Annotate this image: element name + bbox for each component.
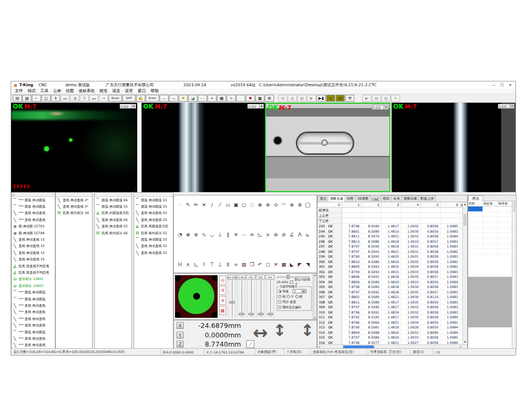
pen-button[interactable]: ✍ bbox=[136, 95, 145, 102]
light-mode-icon[interactable]: ◎ bbox=[219, 276, 226, 285]
save3-button[interactable]: ▤ bbox=[372, 95, 381, 102]
feature-item[interactable]: ⌒圆弧 自动圆弧 55 bbox=[134, 236, 173, 243]
feature-item[interactable]: ⌒圆弧 自动圆弧 55 bbox=[134, 197, 173, 203]
chart-button[interactable]: ⊞ bbox=[265, 95, 274, 102]
light-mode-icon[interactable]: ▩ bbox=[219, 306, 226, 315]
camera-view-3-selected[interactable]: OKM:7 1-212▼ ⋰ bbox=[265, 103, 390, 192]
slider-thumb[interactable] bbox=[248, 313, 254, 315]
feature-item[interactable]: ∡距离 两圆弧最大距 bbox=[134, 224, 173, 230]
master-slider[interactable] bbox=[277, 275, 310, 279]
dxf-button[interactable]: DXF bbox=[122, 95, 136, 102]
tab-draw[interactable]: 绘图 bbox=[345, 195, 355, 202]
element-row[interactable] bbox=[468, 238, 516, 244]
gray-tool-button[interactable]: ▬ bbox=[61, 95, 70, 102]
tool-icon[interactable]: ⊛ bbox=[192, 230, 200, 238]
close-button[interactable]: ✕ bbox=[509, 83, 512, 87]
slider-track[interactable] bbox=[256, 280, 264, 317]
feature-item[interactable]: ╲直线 自动直线 15 bbox=[12, 250, 55, 256]
dither-button[interactable]: ▩ bbox=[255, 95, 264, 102]
menu-item[interactable]: 语言 bbox=[112, 88, 120, 94]
play-gray-button[interactable]: ▶ bbox=[307, 95, 316, 102]
arrow-right-button[interactable]: → bbox=[169, 95, 178, 102]
scroll-down-icon[interactable]: ▼ bbox=[463, 340, 467, 344]
tool-icon[interactable]: ◡ bbox=[208, 230, 216, 238]
tool-icon[interactable]: ✏ bbox=[192, 201, 200, 209]
table-row[interactable]: 310OK 7.8796 8.5091 1.4824 1.0932 0.8058… bbox=[318, 310, 467, 315]
element-row-selected[interactable] bbox=[468, 207, 516, 212]
element-row[interactable] bbox=[468, 244, 516, 249]
tab-measure-elements[interactable]: 测量元素 bbox=[328, 195, 345, 202]
ring-light-preview[interactable] bbox=[175, 275, 218, 318]
feature-item[interactable]: ⌒圆弧 自动圆弧 55 bbox=[134, 203, 173, 210]
tool-icon[interactable]: ⊕ bbox=[184, 230, 192, 238]
tool-icon[interactable]: ⊾ bbox=[304, 230, 312, 238]
light-slider[interactable]: 40.0% bbox=[227, 275, 236, 318]
feature-item[interactable]: ╲直线 自动直线 55 bbox=[95, 224, 131, 230]
tool-icon[interactable]: ▤ bbox=[240, 260, 248, 268]
save2-button[interactable]: ▤ bbox=[278, 95, 287, 102]
slider-track[interactable] bbox=[228, 280, 236, 317]
tool-icon[interactable]: ◯ bbox=[304, 201, 312, 209]
table-row[interactable]: 标准值 bbox=[318, 208, 467, 213]
tab-photometry[interactable]: 测光 bbox=[318, 195, 328, 202]
camera-view-1[interactable]: FFFFF OKM:7 1-212▼ ⋰ bbox=[11, 103, 137, 192]
panel-scroll-strip[interactable]: < bbox=[12, 193, 55, 197]
feature-item[interactable]: ╲*** 直线 自动直线 bbox=[12, 210, 55, 217]
menu-item[interactable]: 公差 bbox=[53, 88, 61, 94]
scrollbar-thumb[interactable] bbox=[463, 214, 467, 226]
feature-item[interactable]: ╲直线 自动直线 55 bbox=[134, 210, 173, 217]
tool-icon[interactable]: ◣ bbox=[288, 260, 296, 268]
menu-item[interactable]: 坐标系统 bbox=[79, 88, 95, 94]
chevron-down-icon[interactable]: ▼ bbox=[259, 104, 263, 108]
play2-button[interactable]: ▶ bbox=[362, 95, 371, 102]
light-slider[interactable]: 0% bbox=[256, 275, 265, 318]
tool-icon[interactable]: Ι bbox=[200, 260, 208, 268]
tool-icon[interactable]: ◔ bbox=[176, 230, 184, 238]
resize-handle[interactable]: ⋰ bbox=[511, 188, 514, 192]
mini-scrollbar[interactable]: ▲▼ bbox=[313, 274, 317, 319]
print2-button[interactable]: ▥ bbox=[381, 95, 390, 102]
menu-item[interactable]: 设置 bbox=[125, 88, 133, 94]
slider-track[interactable] bbox=[247, 280, 255, 317]
table-row[interactable]: 293OK 7.8796 8.5090 1.4817 1.0932 0.8058… bbox=[318, 224, 467, 229]
feature-item[interactable]: ⊖直径标注 15802 bbox=[12, 283, 55, 289]
tool-icon[interactable]: ⊤ bbox=[208, 260, 216, 268]
tool-icon[interactable]: ∥ bbox=[224, 230, 232, 238]
vertical-scrollbar[interactable] bbox=[512, 201, 516, 349]
table-row[interactable]: 302OK 7.8799 8.5093 1.4815 1.0933 0.8058… bbox=[318, 269, 467, 275]
table-row[interactable]: 315OK 7.8797 8.5089 1.4819 1.0933 0.8058… bbox=[318, 335, 467, 340]
jog-z-icon[interactable]: ↕ bbox=[301, 321, 314, 340]
feature-item[interactable]: ╲*** 直线 自动直线 bbox=[12, 302, 55, 309]
table-row[interactable]: 309OK 7.8797 8.5090 1.4817 1.0931 0.8058… bbox=[318, 304, 467, 310]
tool-icon[interactable]: ≻ bbox=[264, 230, 272, 238]
scroll-up-icon[interactable]: ▲ bbox=[463, 202, 467, 207]
table-row[interactable]: 314OK 7.8804 8.5088 1.4820 1.0931 0.8060… bbox=[318, 330, 467, 335]
chevron-down-icon[interactable]: ▼ bbox=[131, 104, 136, 108]
element-row[interactable] bbox=[468, 228, 516, 233]
radio-medium[interactable] bbox=[287, 295, 290, 298]
slider-thumb[interactable] bbox=[287, 275, 289, 279]
tool-icon[interactable]: ◺ bbox=[192, 260, 200, 268]
slider-thumb[interactable] bbox=[268, 313, 273, 315]
table-row[interactable]: 296OK 7.8813 8.5086 1.4818 1.0933 0.8057… bbox=[318, 239, 467, 244]
feature-item[interactable]: ∡距离 内圆弧最大距 bbox=[95, 210, 131, 217]
resize-handle[interactable]: ⋰ bbox=[132, 188, 136, 192]
step-button[interactable]: ⇥ bbox=[99, 95, 108, 102]
probe-button[interactable]: ◫ bbox=[41, 95, 51, 102]
menu-item[interactable]: 工具 bbox=[40, 88, 48, 94]
table-row[interactable]: 306OK 7.8797 8.5092 1.4818 1.0935 0.8057… bbox=[318, 290, 467, 295]
feature-item[interactable]: ╲直线 自动直线 15 bbox=[12, 257, 55, 263]
maximize-button[interactable]: □ bbox=[501, 83, 504, 87]
tool-icon[interactable]: ◥ bbox=[304, 260, 312, 268]
element-row[interactable] bbox=[468, 223, 516, 228]
table-row[interactable]: 311OK 7.8792 8.5100 1.4817 1.0935 0.8058… bbox=[318, 315, 467, 320]
tool-icon[interactable]: ◌ bbox=[248, 201, 256, 209]
tool-icon[interactable]: ↶ bbox=[256, 260, 264, 268]
feature-item[interactable]: ⊕圆 自动圆 15793 bbox=[12, 224, 55, 230]
feature-item[interactable]: ⌒*** 圆弧 自动圆弧 bbox=[12, 203, 55, 210]
light-mode-icon[interactable]: ⊚ bbox=[219, 286, 226, 295]
feature-item[interactable]: ∡距离 两直线平均距离 bbox=[12, 263, 55, 269]
menu-item[interactable]: 绘图 bbox=[66, 88, 74, 94]
element-row[interactable] bbox=[468, 249, 516, 254]
tool-icon[interactable]: ▣ bbox=[232, 201, 240, 209]
